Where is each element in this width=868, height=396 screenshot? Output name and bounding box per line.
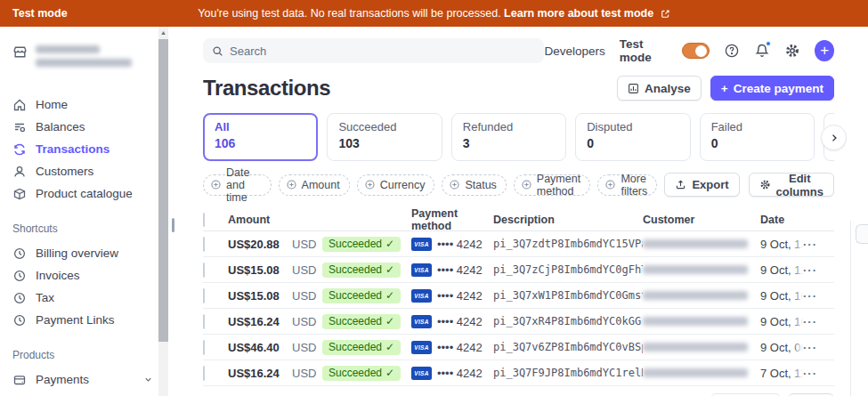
search-bar[interactable]: [203, 38, 544, 63]
customer-cell: [643, 238, 760, 251]
status-badge: Succeeded✓: [322, 366, 401, 381]
banner-learn-more-link[interactable]: Learn more about test mode: [504, 7, 653, 20]
edit-columns-button[interactable]: Edit columns: [749, 173, 834, 197]
status-text: Succeeded: [329, 315, 382, 327]
filter-chip[interactable]: Date and time: [203, 174, 272, 196]
sidebar-shortcut-item[interactable]: Payment Links: [12, 309, 178, 331]
transaction-row[interactable]: US$20.88 USD Succeeded✓ VISA •••• 4242 p…: [203, 231, 834, 257]
notifications-bell-icon[interactable]: [754, 43, 770, 59]
settings-gear-icon[interactable]: [784, 43, 800, 59]
create-payment-button[interactable]: + Create payment: [710, 76, 834, 101]
column-header-description[interactable]: Description: [493, 214, 643, 226]
transaction-row[interactable]: US$16.24 USD Succeeded✓ VISA •••• 4242 p…: [203, 360, 834, 386]
help-icon[interactable]: [724, 43, 740, 59]
row-overflow-menu-icon[interactable]: ···: [803, 367, 828, 380]
table-header: Amount Payment method Description Custom…: [203, 207, 834, 231]
sidebar-shortcut-item[interactable]: Invoices: [12, 264, 178, 287]
date-cell: 9 Oct, 13:: [760, 238, 803, 251]
row-overflow-menu-icon[interactable]: ···: [803, 315, 828, 328]
status-tab[interactable]: Disputed 0: [575, 113, 690, 161]
card-last4: •••• 4242: [437, 367, 483, 380]
row-checkbox[interactable]: [203, 314, 205, 329]
status-tab[interactable]: Succeeded 103: [327, 113, 442, 161]
status-badge: Succeeded✓: [322, 340, 401, 355]
row-checkbox[interactable]: [203, 263, 205, 278]
status-tabs: All 106 Succeeded 103 Refunded 3 Di: [203, 113, 834, 161]
column-header-amount[interactable]: Amount: [228, 214, 411, 226]
sidebar-item-product-catalogue[interactable]: Product catalogue: [12, 182, 178, 205]
transaction-row[interactable]: US$15.08 USD Succeeded✓ VISA •••• 4242 p…: [203, 283, 834, 309]
status-tab-label: Failed: [711, 120, 803, 133]
content-scroll-indicator[interactable]: [172, 218, 174, 232]
check-icon: ✓: [385, 289, 394, 302]
sidebar-item-customers[interactable]: Customers: [12, 160, 178, 182]
customer-email-redacted: [643, 291, 748, 300]
search-icon: [212, 45, 223, 57]
row-overflow-menu-icon[interactable]: ···: [803, 289, 828, 303]
sidebar-scrollbar[interactable]: ▲: [158, 27, 168, 396]
home-icon: [12, 98, 27, 112]
sidebar-scrollbar-thumb[interactable]: [158, 39, 168, 342]
chevron-right-icon: [829, 133, 840, 143]
sidebar-shortcut-item[interactable]: Tax: [12, 287, 178, 309]
cutoff-button-fragment-top: [856, 224, 868, 244]
sidebar-item-balances[interactable]: Balances: [12, 116, 178, 138]
currency-code: USD: [292, 289, 322, 303]
row-checkbox[interactable]: [203, 366, 205, 381]
page-title: Transactions: [203, 76, 330, 101]
select-all-checkbox[interactable]: [203, 213, 205, 227]
row-checkbox[interactable]: [203, 288, 205, 303]
filter-chip[interactable]: Status: [442, 174, 506, 196]
filter-chip[interactable]: Payment method: [514, 174, 591, 196]
sidebar-item-home[interactable]: Home: [12, 93, 178, 116]
row-checkbox[interactable]: [203, 340, 205, 355]
test-mode-toggle[interactable]: [682, 43, 710, 59]
chevron-down-icon: [143, 375, 153, 384]
analyse-button[interactable]: Analyse: [617, 76, 702, 101]
filter-chip[interactable]: Amount: [279, 174, 350, 196]
payments-icon: [12, 373, 27, 387]
row-checkbox[interactable]: [203, 237, 205, 252]
column-header-customer[interactable]: Customer: [643, 214, 760, 226]
plus-icon: +: [820, 43, 829, 58]
row-overflow-menu-icon[interactable]: ···: [803, 263, 828, 277]
sidebar-item-transactions[interactable]: Transactions: [12, 138, 178, 160]
status-tab[interactable]: Refunded 3: [451, 113, 566, 161]
column-header-date[interactable]: Date: [760, 214, 803, 226]
status-tab-label: All: [215, 120, 306, 133]
account-name-redacted: [36, 43, 132, 67]
filter-chip[interactable]: More filters: [597, 174, 657, 196]
test-mode-banner-message: You're using test data. No real transact…: [0, 7, 868, 20]
export-button[interactable]: Export: [664, 173, 739, 197]
payment-intent-id: pi_3Q7F9JP8Imb6mdYC1relDd8n: [493, 367, 643, 379]
status-badge: Succeeded✓: [322, 314, 401, 329]
search-input[interactable]: [230, 44, 535, 58]
column-header-payment-method[interactable]: Payment method: [411, 207, 493, 232]
account-switcher[interactable]: [12, 43, 178, 67]
payment-intent-id: pi_3Q7xR4P8Imb6mdYC0kGGrIUQ: [493, 315, 643, 327]
status-tab[interactable]: Failed 0: [700, 113, 815, 161]
sidebar-item-billing[interactable]: Billing: [12, 391, 178, 396]
status-tab[interactable]: All 106: [203, 113, 318, 161]
developers-link[interactable]: Developers: [544, 44, 604, 58]
customer-cell: [643, 315, 760, 328]
sidebar-item-payments[interactable]: Payments: [12, 368, 178, 391]
transaction-row[interactable]: US$46.40 USD Succeeded✓ VISA •••• 4242 p…: [203, 335, 834, 360]
products-section-title: Products: [12, 349, 178, 361]
create-new-button[interactable]: +: [815, 40, 834, 61]
transaction-row[interactable]: US$15.08 USD Succeeded✓ VISA •••• 4242 p…: [203, 257, 834, 283]
row-overflow-menu-icon[interactable]: ···: [803, 238, 828, 251]
status-text: Succeeded: [329, 263, 382, 276]
main-content: Developers Test mode + Transactions: [178, 27, 868, 396]
tabs-scroll-next-button[interactable]: [821, 125, 847, 150]
payment-method-cell: VISA •••• 4242: [411, 315, 493, 328]
customer-cell: [643, 263, 760, 277]
row-overflow-menu-icon[interactable]: ···: [803, 341, 828, 354]
filter-chip-label: More filters: [621, 173, 647, 198]
transaction-row[interactable]: US$16.24 USD Succeeded✓ VISA •••• 4242 p…: [203, 309, 834, 335]
sidebar-shortcut-item[interactable]: Billing overview: [12, 242, 178, 264]
filter-chip[interactable]: Currency: [357, 174, 435, 196]
scrollbar-up-arrow-icon[interactable]: ▲: [158, 27, 168, 38]
sidebar-item-label: Payments: [36, 373, 89, 386]
currency-code: USD: [292, 315, 322, 328]
